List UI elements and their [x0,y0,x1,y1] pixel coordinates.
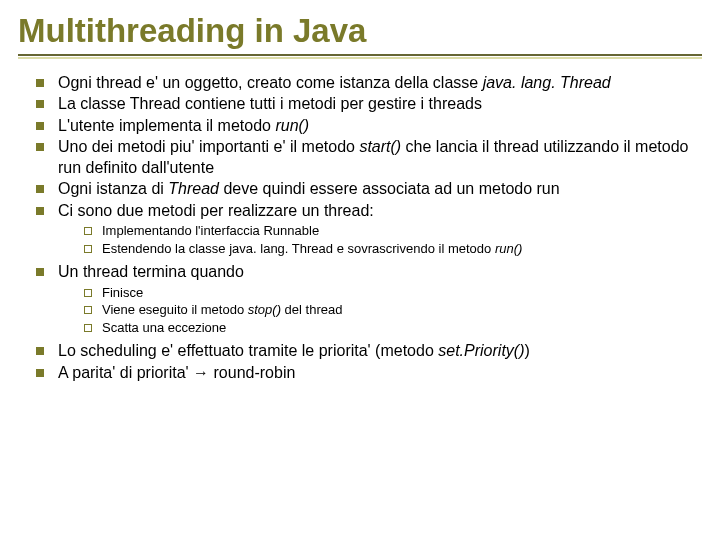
bullet-text: L'utente implementa il metodo [58,117,275,134]
sub-bullet-text-italic: run() [495,241,522,256]
bullet-text-italic: java. lang. Thread [483,74,611,91]
bullet-text-italic: run() [275,117,309,134]
bullet-text: deve quindi essere associata ad un metod… [219,180,560,197]
sub-bullet-item: Scatta una eccezione [84,320,702,337]
bullet-text-italic: start() [359,138,401,155]
title-rule-light [18,57,702,59]
sub-bullet-text: del thread [281,302,342,317]
bullet-list: Ogni thread e' un oggetto, creato come i… [36,73,702,383]
bullet-text: Ogni istanza di [58,180,168,197]
sub-bullet-text: Scatta una eccezione [102,320,226,335]
bullet-text: ) [524,342,529,359]
sub-bullet-list: Implementando l'interfaccia Runnable Est… [84,223,702,258]
bullet-item: Uno dei metodi piu' importanti e' il met… [36,137,702,178]
sub-bullet-text: Viene eseguito il metodo [102,302,248,317]
bullet-item: Ogni thread e' un oggetto, creato come i… [36,73,702,93]
bullet-text: round-robin [209,364,295,381]
slide: Multithreading in Java Ogni thread e' un… [0,0,720,540]
sub-bullet-item: Estendendo la classe java. lang. Thread … [84,241,702,258]
bullet-text: Ogni thread e' un oggetto, creato come i… [58,74,483,91]
sub-bullet-item: Finisce [84,285,702,302]
bullet-text-italic: Thread [168,180,219,197]
bullet-item: Ogni istanza di Thread deve quindi esser… [36,179,702,199]
title-rule-dark [18,54,702,56]
bullet-text: Ci sono due metodi per realizzare un thr… [58,202,374,219]
bullet-item: L'utente implementa il metodo run() [36,116,702,136]
bullet-text: Lo scheduling e' effettuato tramite le p… [58,342,438,359]
slide-title: Multithreading in Java [18,12,702,50]
sub-bullet-list: Finisce Viene eseguito il metodo stop() … [84,285,702,338]
sub-bullet-text: Implementando l'interfaccia Runnable [102,223,319,238]
bullet-item: Ci sono due metodi per realizzare un thr… [36,201,702,258]
bullet-item: A parita' di priorita' → round-robin [36,363,702,383]
bullet-text: La classe Thread contiene tutti i metodi… [58,95,482,112]
arrow-icon: → [193,364,209,381]
bullet-item: La classe Thread contiene tutti i metodi… [36,94,702,114]
bullet-item: Lo scheduling e' effettuato tramite le p… [36,341,702,361]
sub-bullet-item: Implementando l'interfaccia Runnable [84,223,702,240]
bullet-item: Un thread termina quando Finisce Viene e… [36,262,702,337]
sub-bullet-text-italic: stop() [248,302,281,317]
bullet-text: A parita' di priorita' [58,364,193,381]
bullet-text: Uno dei metodi piu' importanti e' il met… [58,138,359,155]
bullet-text-italic: set.Priority() [438,342,524,359]
bullet-text: Un thread termina quando [58,263,244,280]
sub-bullet-text: Finisce [102,285,143,300]
sub-bullet-text: Estendendo la classe java. lang. Thread … [102,241,495,256]
sub-bullet-item: Viene eseguito il metodo stop() del thre… [84,302,702,319]
